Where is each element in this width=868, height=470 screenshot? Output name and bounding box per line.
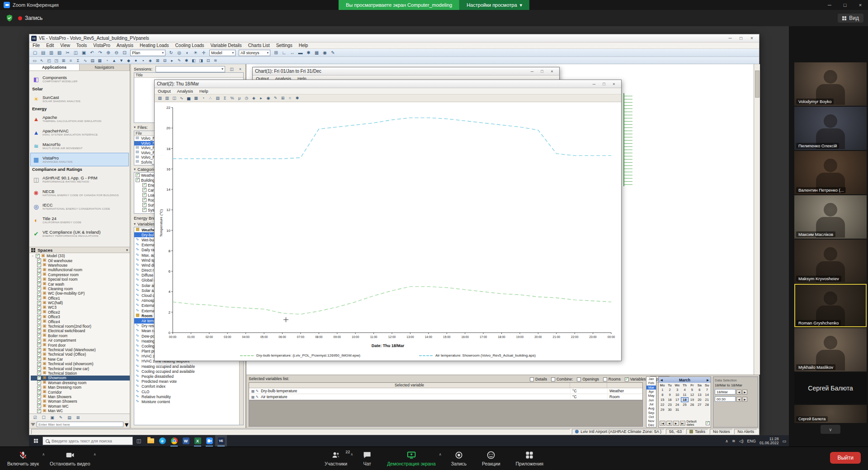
first-date-button[interactable]: |◀ (660, 421, 665, 426)
application-item[interactable]: Solar (30, 86, 129, 92)
category-checkbox[interactable] (136, 178, 140, 182)
down-icon[interactable]: ▼ (118, 57, 125, 63)
calendar-day[interactable]: 4 (681, 387, 688, 392)
line-chart-icon[interactable]: ∿ (178, 95, 185, 101)
mean-icon[interactable]: μ (236, 95, 243, 101)
excel-button[interactable]: X (192, 435, 203, 446)
option-checkbox[interactable]: Combine: (551, 377, 573, 381)
participant-video-tile[interactable]: Volodymyr Boyko (794, 62, 867, 106)
sun-icon[interactable]: ☀ (192, 49, 199, 56)
close-box-icon[interactable]: ⊠ (154, 57, 161, 63)
participant-video-tile[interactable]: Mykhailo Maslikov (794, 328, 867, 371)
menu-item[interactable]: Charts List (245, 43, 273, 48)
record-button[interactable]: Запись (450, 449, 467, 468)
month-item[interactable]: Aug (646, 406, 656, 410)
calendar-day[interactable]: 16 (666, 397, 673, 402)
reactions-button[interactable]: Реакции (481, 449, 501, 468)
edge-button[interactable]: e (156, 435, 168, 446)
calendar-day[interactable]: 28 (703, 402, 711, 407)
space-row[interactable]: Man WC (31, 409, 130, 413)
variable-row[interactable]: Heating occupied and available (134, 364, 239, 369)
edit-set-icon[interactable]: ✎ (57, 414, 64, 420)
calendar-day[interactable]: 22 (659, 402, 666, 407)
variable-chart-icon[interactable]: ▦ (251, 389, 255, 393)
table-row[interactable]: ▦✎ Dry-bulb temperature °C Weather (249, 388, 642, 394)
checkbox-icon[interactable] (625, 377, 629, 381)
settings-icon[interactable]: ✱ (305, 49, 312, 56)
share-screen-button[interactable]: Демонстрация экрана ∧ (386, 449, 436, 468)
default-dates-checkbox[interactable] (706, 421, 710, 425)
participant-video-tile[interactable]: Валентин Петренко (... (794, 151, 867, 194)
menu-item[interactable]: Edit (43, 43, 57, 48)
section-icon[interactable]: ▬ (297, 49, 304, 56)
ve-maximize-button[interactable]: □ (736, 34, 746, 42)
application-item[interactable]: ◧ Components COMPONENT MODELLER (30, 72, 129, 86)
language-indicator[interactable]: ENG (747, 439, 756, 443)
collapse-icon[interactable]: ▾ (134, 222, 136, 226)
zoom-fit-icon[interactable]: ⊡ (121, 49, 128, 56)
cut-icon[interactable]: ✂ (64, 49, 71, 56)
chart2-menu-item[interactable]: Help (196, 89, 212, 94)
date-spinner-value[interactable]: 18/Mar (715, 389, 736, 395)
checkbox-icon[interactable] (603, 377, 607, 381)
zoom-out-icon[interactable]: ⊖ (113, 49, 120, 56)
forward-icon[interactable]: ▸ (258, 95, 264, 101)
options-icon[interactable]: ✱ (183, 57, 190, 63)
file-explorer-button[interactable] (145, 435, 156, 446)
time-back-button[interactable]: ◀ (736, 397, 741, 402)
chart1-maximize-button[interactable]: □ (537, 68, 547, 75)
chart1-close-button[interactable]: × (547, 68, 557, 75)
ve-taskbar-button[interactable]: VE (215, 435, 227, 446)
target-icon[interactable]: ◉ (321, 49, 329, 56)
calendar-day[interactable]: 7 (703, 387, 711, 392)
participant-video-tile[interactable]: Maksym Kryvosheiev (794, 240, 867, 283)
time-icon[interactable]: ◷ (243, 95, 250, 101)
orbit-icon[interactable]: ◎ (175, 49, 183, 56)
half-right-icon[interactable]: ◨ (198, 57, 204, 63)
variable-edit-icon[interactable]: ✎ (255, 389, 259, 393)
variable-row[interactable]: People dissatisfied (134, 374, 239, 379)
collapse-icon[interactable]: ⊟ (161, 57, 168, 63)
chart1-titlebar[interactable]: Chart(1): Fri 01/Jan to Fri 31/Dec ─ □ × (253, 67, 559, 75)
copy-icon[interactable]: ◫ (171, 95, 178, 101)
curve-icon[interactable]: ∿ (82, 57, 89, 63)
taskbar-clock[interactable]: 11:28 01.06.2022 (760, 437, 779, 445)
calendar-day[interactable]: 14 (703, 392, 711, 397)
calendar-day[interactable]: 3 (674, 387, 681, 392)
check-all-icon[interactable]: ☑ (32, 414, 38, 420)
calendar-day[interactable]: 26 (689, 402, 696, 407)
chart2-menu-item[interactable]: Analysis (174, 89, 196, 94)
category-checkbox[interactable] (142, 198, 146, 202)
session-copy-icon[interactable]: ◫ (228, 66, 235, 72)
category-checkbox[interactable] (142, 183, 146, 187)
category-checkbox[interactable] (142, 193, 146, 197)
square-icon[interactable]: ▪ (140, 57, 146, 63)
chevron-down-icon[interactable]: ▾ (126, 248, 128, 252)
status-notes[interactable]: No Notes (710, 429, 733, 434)
menu-item[interactable]: Settings (273, 43, 296, 48)
calendar-day[interactable]: 1 (659, 387, 666, 392)
month-item[interactable]: Sep (646, 410, 656, 414)
circle-icon[interactable]: ○ (287, 95, 293, 101)
calendar-day[interactable]: 6 (696, 387, 703, 392)
open-icon[interactable]: ▤ (39, 49, 47, 56)
calendar-day[interactable]: 5 (689, 387, 696, 392)
calendar-day[interactable]: 25 (681, 402, 688, 407)
calendar-day[interactable]: 10 (674, 392, 681, 397)
calendar-day[interactable]: 21 (703, 397, 711, 402)
month-item[interactable]: Oct (646, 415, 656, 419)
filter-input[interactable] (37, 422, 123, 427)
panel-tab[interactable]: Navigators (80, 64, 130, 70)
pie-chart-icon[interactable]: ◔ (200, 95, 207, 101)
calendar-day[interactable]: 9 (666, 392, 673, 397)
layers-icon[interactable]: ▤ (66, 414, 73, 420)
variable-row[interactable]: Comfort index (134, 384, 239, 389)
bar-chart-icon[interactable]: ▅ (185, 95, 192, 101)
calendar-day[interactable]: 2 (666, 387, 673, 392)
apps-button[interactable]: Приложения (515, 449, 544, 468)
prev-date-button[interactable]: ◀ (666, 421, 672, 426)
calendar-day[interactable]: 23 (666, 402, 673, 407)
zoom-button[interactable] (203, 435, 215, 446)
dot-icon[interactable]: ● (132, 57, 139, 63)
print-icon[interactable]: ▧ (56, 49, 63, 56)
